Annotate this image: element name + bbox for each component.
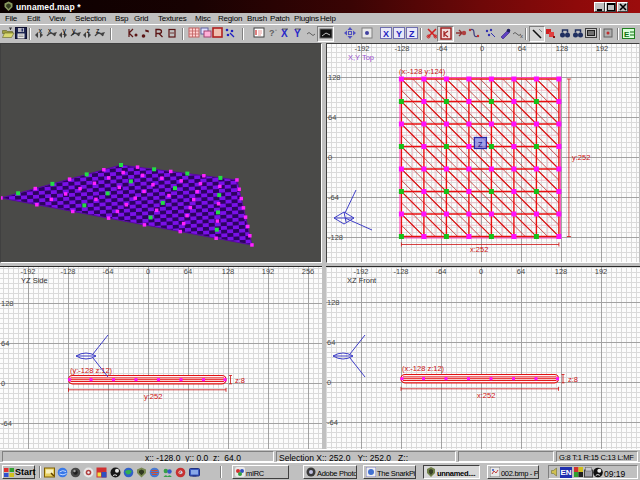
svg-text:0: 0 bbox=[480, 44, 484, 53]
svg-text:128: 128 bbox=[328, 73, 341, 82]
svg-text:z: z bbox=[478, 140, 483, 150]
svg-text:(y:-128 z:12): (y:-128 z:12) bbox=[70, 366, 113, 375]
svg-text:64: 64 bbox=[328, 113, 336, 122]
svg-text:y:252: y:252 bbox=[144, 392, 162, 401]
svg-text:-128: -128 bbox=[60, 267, 75, 276]
svg-text:64: 64 bbox=[518, 44, 526, 53]
svg-text:-64: -64 bbox=[328, 193, 339, 202]
svg-text:0: 0 bbox=[328, 153, 332, 162]
svg-text:0: 0 bbox=[327, 378, 331, 387]
svg-text:-128: -128 bbox=[394, 44, 409, 53]
svg-text:128: 128 bbox=[556, 44, 569, 53]
svg-text:128: 128 bbox=[222, 267, 235, 276]
svg-text:192: 192 bbox=[262, 267, 275, 276]
svg-text:E: E bbox=[624, 30, 630, 39]
svg-text:x:252: x:252 bbox=[470, 245, 488, 254]
svg-text:0: 0 bbox=[1, 379, 5, 388]
svg-text:(x:-128 y:124): (x:-128 y:124) bbox=[399, 67, 446, 76]
svg-text:64: 64 bbox=[517, 267, 525, 276]
svg-text:y:252: y:252 bbox=[572, 153, 590, 162]
svg-text:-64: -64 bbox=[103, 267, 114, 276]
svg-text:x:252: x:252 bbox=[477, 391, 495, 400]
svg-text:192: 192 bbox=[595, 267, 608, 276]
svg-text:-64: -64 bbox=[436, 267, 447, 276]
svg-text:-64: -64 bbox=[437, 44, 448, 53]
svg-text:64: 64 bbox=[1, 339, 9, 348]
svg-text:-192: -192 bbox=[354, 44, 369, 53]
svg-text:0: 0 bbox=[146, 267, 150, 276]
svg-text:128: 128 bbox=[555, 267, 568, 276]
svg-text:256: 256 bbox=[302, 267, 315, 276]
svg-text:z:8: z:8 bbox=[568, 375, 578, 384]
svg-text:128: 128 bbox=[1, 299, 14, 308]
svg-text:-128: -128 bbox=[328, 233, 343, 242]
svg-text:-64: -64 bbox=[327, 418, 338, 427]
svg-text:64: 64 bbox=[184, 267, 192, 276]
svg-text:0: 0 bbox=[479, 267, 483, 276]
svg-text:XZ Front: XZ Front bbox=[347, 276, 377, 285]
svg-text:X,Y Top: X,Y Top bbox=[348, 53, 374, 62]
svg-text:(x:-128 z:12): (x:-128 z:12) bbox=[402, 364, 445, 373]
svg-text:6: 6 bbox=[179, 470, 182, 476]
svg-text:64: 64 bbox=[327, 338, 335, 347]
svg-text:-192: -192 bbox=[20, 267, 35, 276]
svg-text:-128: -128 bbox=[393, 267, 408, 276]
svg-text:192: 192 bbox=[596, 44, 609, 53]
svg-text:YZ Side: YZ Side bbox=[21, 276, 48, 285]
svg-text:128: 128 bbox=[327, 298, 340, 307]
svg-text:-64: -64 bbox=[1, 419, 12, 428]
svg-text:z:8: z:8 bbox=[235, 376, 245, 385]
svg-text:-192: -192 bbox=[353, 267, 368, 276]
